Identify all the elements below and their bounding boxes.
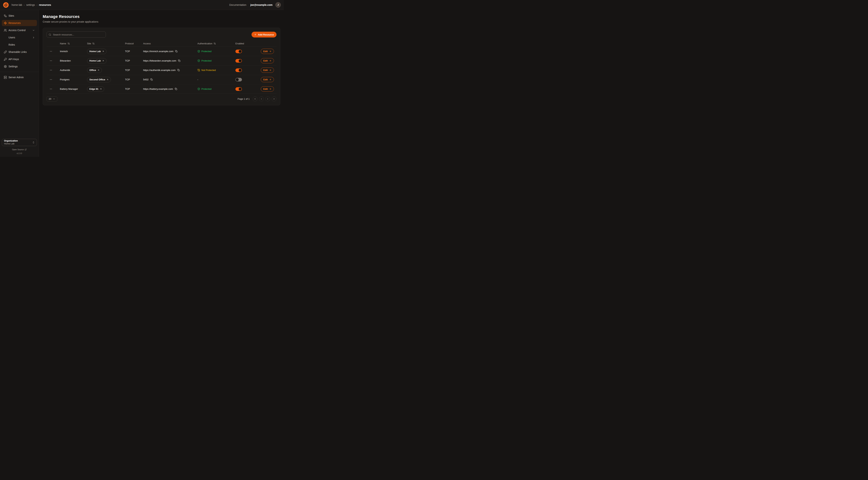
edit-button[interactable]: Edit: [261, 58, 274, 63]
site-link[interactable]: Home Lab: [87, 49, 106, 54]
next-page-button[interactable]: [265, 96, 270, 101]
enabled-toggle[interactable]: [236, 68, 242, 72]
auth-status: Protected: [197, 50, 212, 53]
chevron-down-icon: [32, 29, 35, 32]
column-header-authentication[interactable]: Authentication: [193, 42, 231, 45]
row-menu-button[interactable]: [49, 78, 53, 82]
organization-selector[interactable]: Organization Home Lab: [2, 139, 37, 146]
sidebar-item-api-keys[interactable]: API Keys: [2, 56, 37, 62]
page-info: Page 1 of 1: [238, 97, 250, 100]
external-arrow-icon: [102, 60, 104, 62]
enabled-toggle[interactable]: [236, 59, 242, 63]
add-resource-button[interactable]: Add Resource: [251, 32, 276, 37]
organization-value: Home Lab: [4, 143, 18, 145]
sort-icon: [214, 42, 216, 45]
enabled-toggle[interactable]: [236, 87, 242, 91]
shield-check-icon: [197, 88, 200, 90]
edit-button[interactable]: Edit: [261, 67, 274, 73]
copy-icon[interactable]: [150, 78, 153, 81]
chevron-down-icon: [53, 98, 55, 100]
site-link[interactable]: Edge 01: [87, 86, 104, 92]
sidebar-item-label: Server Admin: [8, 76, 24, 79]
site-link[interactable]: Second Office: [87, 77, 111, 82]
pager-first-icon: [254, 98, 256, 100]
column-header-name[interactable]: Name: [55, 42, 82, 45]
last-page-button[interactable]: [272, 96, 277, 101]
enabled-toggle[interactable]: [236, 78, 242, 82]
column-header-access: Access: [138, 42, 193, 45]
access-url: 5432: [143, 78, 149, 81]
protocol-value: TCP: [120, 88, 138, 90]
previous-page-button[interactable]: [259, 96, 264, 101]
sidebar-item-access-control[interactable]: Access Control: [2, 27, 37, 33]
first-page-button[interactable]: [253, 96, 257, 101]
shield-check-icon: [197, 59, 200, 62]
sidebar-item-label: Roles: [8, 43, 15, 46]
sort-icon: [67, 42, 70, 45]
sidebar-item-roles[interactable]: Roles: [2, 41, 37, 48]
link-icon: [4, 51, 7, 54]
resources-table: Name Site Protocol Access Authentication…: [46, 40, 277, 94]
app-version: v1.3.0: [2, 152, 37, 154]
sidebar-item-server-admin[interactable]: Server Admin: [2, 74, 37, 80]
search-icon: [49, 33, 51, 36]
breadcrumb-current: resources: [39, 3, 51, 6]
auth-status: Not Protected: [197, 69, 216, 71]
column-header-site[interactable]: Site: [82, 42, 120, 45]
external-arrow-icon: [97, 69, 99, 71]
open-source-link[interactable]: Open Source: [12, 148, 27, 151]
organization-label: Organization: [4, 140, 18, 143]
ellipsis-icon: [50, 50, 52, 53]
site-link[interactable]: Office: [87, 67, 102, 73]
resource-name: Postgres: [55, 78, 82, 81]
sidebar-item-resources[interactable]: Resources: [2, 20, 37, 26]
table-row: Bitwarden Home Lab TCP https://bitwarden…: [46, 56, 277, 65]
enabled-toggle[interactable]: [236, 50, 242, 53]
arrow-right-icon: [269, 88, 272, 90]
resources-icon: [4, 22, 7, 25]
protocol-value: TCP: [120, 59, 138, 62]
copy-icon[interactable]: [175, 87, 178, 90]
ellipsis-icon: [50, 88, 52, 90]
row-menu-button[interactable]: [49, 59, 53, 63]
row-menu-button[interactable]: [49, 87, 53, 91]
sidebar: Sites Resources Access Control Users Rol…: [0, 10, 39, 157]
pagination-bar: 20 Page 1 of 1: [46, 96, 277, 101]
table-row: Postgres Second Office TCP 5432 - Edit: [46, 75, 277, 84]
breadcrumb-separator: ›: [36, 4, 37, 6]
breadcrumb-settings[interactable]: settings: [26, 3, 35, 6]
page-size-select[interactable]: 20: [46, 96, 57, 101]
edit-button[interactable]: Edit: [261, 49, 274, 54]
edit-button[interactable]: Edit: [261, 86, 274, 92]
pangolin-logo-icon[interactable]: [3, 2, 9, 8]
page-subtitle: Create secure proxies to your private ap…: [43, 20, 280, 23]
copy-icon[interactable]: [175, 50, 178, 53]
copy-icon[interactable]: [178, 59, 181, 62]
arrow-right-icon: [269, 60, 272, 62]
ellipsis-icon: [50, 59, 52, 62]
user-email[interactable]: joe@example.com: [250, 3, 273, 6]
edit-button[interactable]: Edit: [261, 77, 274, 82]
resources-card: Add Resource Name Site Protocol Acc: [43, 28, 280, 106]
protocol-value: TCP: [120, 69, 138, 71]
sidebar-item-users[interactable]: Users: [2, 34, 37, 40]
key-icon: [4, 58, 7, 61]
sidebar-item-shareable-links[interactable]: Shareable Links: [2, 49, 37, 55]
row-menu-button[interactable]: [49, 68, 53, 72]
access-url: https://authentik.example.com: [143, 69, 176, 71]
sidebar-item-settings[interactable]: Settings: [2, 63, 37, 69]
shield-off-icon: [197, 69, 200, 71]
row-menu-button[interactable]: [49, 49, 53, 53]
plus-icon: [254, 33, 256, 36]
chevrons-up-down-icon: [32, 141, 35, 144]
sidebar-item-label: Resources: [8, 22, 21, 24]
documentation-link[interactable]: Documentation: [229, 3, 246, 6]
copy-icon[interactable]: [177, 69, 180, 72]
external-link-icon: [25, 149, 27, 151]
sidebar-item-sites[interactable]: Sites: [2, 13, 37, 19]
avatar[interactable]: J: [275, 2, 281, 8]
breadcrumb-org[interactable]: home-lab: [11, 3, 22, 6]
auth-status: Protected: [197, 88, 212, 90]
site-link[interactable]: Home Lab: [87, 58, 106, 63]
search-input[interactable]: [53, 33, 104, 36]
